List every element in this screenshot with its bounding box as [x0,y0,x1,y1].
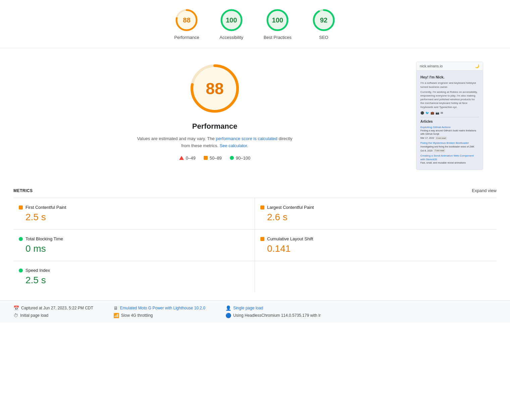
timer-icon: ⏱ [13,313,18,318]
best-practices-score-value: 100 [272,16,283,24]
user-icon: 👤 [225,305,231,311]
si-value: 2.5 s [19,275,249,286]
laptop-icon: 🖥 [113,305,118,311]
big-performance-circle: 88 [188,62,242,115]
si-indicator [19,268,23,273]
legend-good-range: 90–100 [236,156,250,161]
ss-article-2-badge: 7 min read [434,149,445,152]
ss-main-heading: Hey! I'm Nick. [420,75,479,80]
tbt-name: Total Blocking Time [26,236,63,241]
metric-tbt: Total Blocking Time 0 ms [13,230,255,261]
ss-article-1: Exploiting GitHub Actions Finding a way … [420,125,479,140]
chromium-text: Using HeadlessChromium 114.0.5735.179 wi… [233,313,321,318]
metric-empty [255,261,497,292]
ss-article-2-sub: Investigating and fixing the bootloader … [420,145,479,148]
metric-cls-header: Cumulative Layout Shift [260,236,491,241]
email-icon: ✉ [441,111,443,115]
footer-bar: 📅 Captured at Jun 27, 2023, 5:22 PM CDT … [0,300,510,323]
camera-icon: 📷 [436,111,439,115]
score-circle-best-practices: 100 [265,8,290,32]
footer-captured: 📅 Captured at Jun 27, 2023, 5:22 PM CDT [13,305,93,311]
tbt-value: 0 ms [19,243,249,254]
metric-lcp-header: Largest Contentful Paint [260,205,491,210]
legend-average: 50–89 [204,156,222,161]
throttling-text: Slow 4G throttling [121,313,153,318]
twitter-icon: 🐦 [425,111,429,115]
fcp-indicator [19,205,23,209]
cls-value: 0.141 [260,243,491,254]
score-accessibility[interactable]: 100 Accessibility [219,8,244,40]
score-best-practices[interactable]: 100 Best Practices [264,8,292,40]
ss-article-1-date: Mar 17, 2022 [420,136,434,140]
calendar-icon: 📅 [13,305,19,311]
legend-average-range: 50–89 [210,156,222,161]
dark-mode-icon: 🌙 [475,64,479,68]
performance-score-value: 88 [183,16,190,24]
ss-divider [420,117,479,117]
footer-page-load: ⏱ Initial page load [13,313,93,318]
github-icon: ⚫ [420,111,424,115]
screenshot-body: Hey! I'm Nick. I'm a software engineer a… [416,71,483,170]
big-performance-value: 88 [206,79,223,98]
lcp-name: Largest Contentful Paint [267,205,314,210]
cls-name: Cumulative Layout Shift [267,236,313,241]
tbt-indicator [19,237,23,241]
footer-throttling: 📶 Slow 4G throttling [113,313,205,318]
metrics-grid: First Contentful Paint 2.5 s Largest Con… [13,198,497,292]
ss-social-icons: ⚫ 🐦 💼 📷 ✉ [420,111,479,115]
accessibility-label: Accessibility [219,35,243,40]
ss-article-2-date: Oct 8, 2020 [420,149,432,153]
score-circle-seo: 92 [312,8,336,32]
signal-icon: 📶 [113,313,119,318]
score-seo[interactable]: 92 SEO [312,8,336,40]
expand-view-button[interactable]: Expand view [472,188,497,193]
score-legend: 0–49 50–89 90–100 [179,156,250,161]
perf-score-link[interactable]: performance score is calculated [216,136,277,141]
page-load-text: Initial page load [20,313,48,318]
cls-indicator [260,237,264,241]
legend-good: 90–100 [230,156,250,161]
fcp-value: 2.5 s [19,212,249,223]
footer-single-page: 👤 Single page load [225,305,321,311]
footer-col-3: 👤 Single page load 🔵 Using HeadlessChrom… [225,305,321,318]
accessibility-score-value: 100 [226,16,237,24]
ss-article-1-meta: Mar 17, 2022 3 min read [420,136,479,140]
metric-fcp-header: First Contentful Paint [19,205,249,210]
calculator-link[interactable]: See calculator [219,143,247,148]
metrics-section-title: METRICS [13,188,33,193]
score-performance[interactable]: 88 Performance [174,8,199,40]
ss-article-1-title: Exploiting GitHub Actions [420,125,479,129]
footer-col-2: 🖥 Emulated Moto G Power with Lighthouse … [113,305,205,318]
ss-article-2-title: Fixing the Mysterious Broken Bootloader [420,141,479,145]
lcp-indicator [260,205,264,209]
footer-col-1: 📅 Captured at Jun 27, 2023, 5:22 PM CDT … [13,305,93,318]
metric-si: Speed Index 2.5 s [13,261,255,292]
chromium-icon: 🔵 [225,313,231,318]
captured-text: Captured at Jun 27, 2023, 5:22 PM CDT [21,306,93,310]
lcp-value: 2.6 s [260,212,491,223]
perf-description: Values are estimated and may vary. The p… [134,135,295,149]
metric-cls: Cumulative Layout Shift 0.141 [255,230,497,261]
perf-main-title: Performance [192,122,238,131]
screenshot-header: nick.winans.io 🌙 [416,62,483,71]
seo-label: SEO [319,35,328,40]
ss-article-3-title: Creating a Scroll Animation Web Componen… [420,154,479,161]
single-page-link[interactable]: Single page load [233,306,263,310]
metric-lcp: Largest Contentful Paint 2.6 s [255,198,497,230]
si-name: Speed Index [26,268,50,273]
emulated-link[interactable]: Emulated Moto G Power with Lighthouse 10… [120,306,205,310]
perf-desc-static: Values are estimated and may vary. The [137,136,216,141]
ss-articles-heading: Articles [420,119,479,124]
seo-score-value: 92 [320,16,327,24]
ss-article-1-badge: 3 min read [435,136,447,140]
period: . [247,143,248,148]
metrics-section: METRICS Expand view First Contentful Pai… [0,183,510,300]
ss-article-3-sub: Fast, small, and reusable reveal animati… [420,161,479,165]
screenshot-url: nick.winans.io [420,64,443,68]
ss-article-2-meta: Oct 8, 2020 7 min read [420,149,479,152]
linkedin-icon: 💼 [430,111,434,115]
scores-row: 88 Performance 100 Accessibility 100 Bes… [0,0,510,48]
performance-label: Performance [174,35,199,40]
score-circle-accessibility: 100 [219,8,244,32]
best-practices-label: Best Practices [264,35,292,40]
